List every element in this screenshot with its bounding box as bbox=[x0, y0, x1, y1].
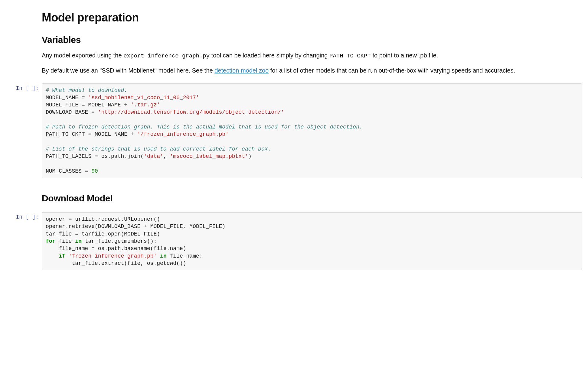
input-prompt: In [ ]: bbox=[6, 211, 42, 220]
markdown-cell: Download Model bbox=[6, 186, 582, 209]
text: tool can be loaded here simply by changi… bbox=[210, 52, 329, 59]
text: to point to a new .pb file. bbox=[371, 52, 438, 59]
text: Any model exported using the bbox=[42, 52, 123, 59]
prompt-empty bbox=[6, 186, 42, 189]
markdown-cell: Model preparation Variables Any model ex… bbox=[6, 9, 582, 80]
link-detection-model-zoo[interactable]: detection model zoo bbox=[214, 67, 269, 74]
markdown-content: Model preparation Variables Any model ex… bbox=[42, 9, 582, 80]
code-input-area[interactable]: opener = urllib.request.URLopener() open… bbox=[42, 212, 582, 270]
heading-download-model: Download Model bbox=[42, 191, 570, 205]
heading-model-preparation: Model preparation bbox=[42, 9, 570, 26]
prompt-empty bbox=[6, 9, 42, 12]
paragraph-2: By default we use an "SSD with Mobilenet… bbox=[42, 66, 570, 75]
inline-code-path-to-ckpt: PATH_TO_CKPT bbox=[329, 53, 371, 59]
notebook-container: Model preparation Variables Any model ex… bbox=[0, 0, 588, 284]
inline-code-export-script: export_inference_graph.py bbox=[123, 53, 210, 59]
heading-variables: Variables bbox=[42, 33, 570, 47]
code-block: opener = urllib.request.URLopener() open… bbox=[46, 216, 578, 267]
code-cell-1: In [ ]: # What model to download. MODEL_… bbox=[6, 82, 582, 184]
text: By default we use an "SSD with Mobilenet… bbox=[42, 67, 214, 74]
code-block: # What model to download. MODEL_NAME = '… bbox=[46, 87, 578, 175]
text: for a list of other models that can be r… bbox=[269, 67, 515, 74]
code-cell-2: In [ ]: opener = urllib.request.URLopene… bbox=[6, 211, 582, 276]
input-prompt: In [ ]: bbox=[6, 82, 42, 91]
markdown-content: Download Model bbox=[42, 186, 582, 209]
code-input-area[interactable]: # What model to download. MODEL_NAME = '… bbox=[42, 83, 582, 178]
paragraph-1: Any model exported using the export_infe… bbox=[42, 51, 570, 60]
